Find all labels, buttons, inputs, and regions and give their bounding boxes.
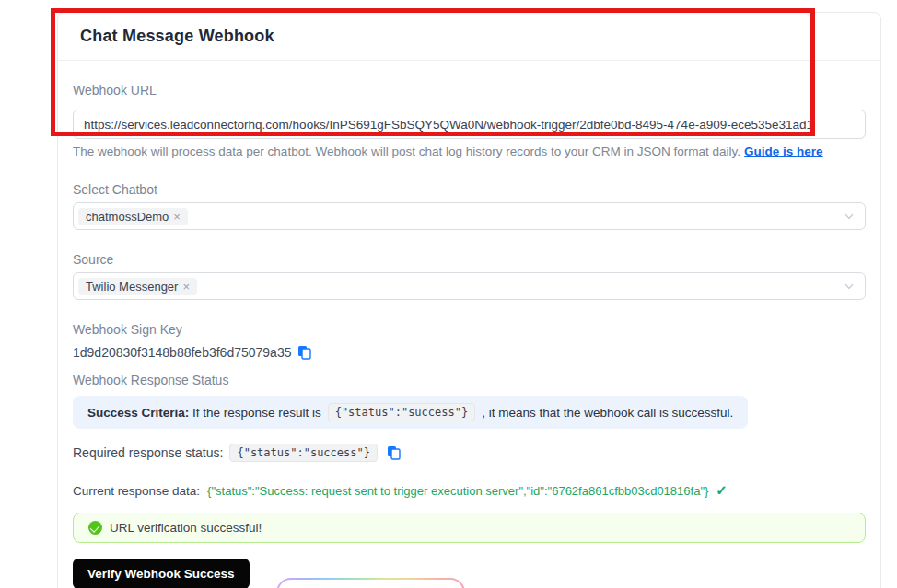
chatbot-tag-label: chatmossDemo bbox=[86, 210, 169, 224]
sign-key-value: 1d9d20830f3148b88feb3f6d75079a35 bbox=[73, 345, 291, 360]
required-response-code: {"status":"success"} bbox=[229, 444, 378, 462]
source-tag: Twilio Messenger× bbox=[78, 278, 197, 295]
source-label: Source bbox=[73, 252, 866, 267]
webhook-help-text: The webhook will process data per chatbo… bbox=[73, 144, 866, 158]
webhook-url-input[interactable] bbox=[73, 110, 866, 139]
sign-key-row: 1d9d20830f3148b88feb3f6d75079a35 bbox=[73, 345, 866, 360]
guide-link[interactable]: Guide is here bbox=[744, 144, 823, 158]
rainbow-border-panel bbox=[276, 578, 465, 588]
webhook-url-label: Webhook URL bbox=[73, 83, 866, 98]
criteria-title: Success Criteria: bbox=[87, 406, 189, 420]
required-response-label: Required response status: bbox=[73, 445, 223, 460]
sign-key-label: Webhook Sign Key bbox=[73, 322, 866, 337]
source-tag-label: Twilio Messenger bbox=[86, 280, 178, 294]
current-response-value: {"status":"Success: request sent to trig… bbox=[207, 484, 708, 498]
criteria-code: {"status":"success"} bbox=[328, 403, 476, 421]
remove-chatbot-icon[interactable]: × bbox=[173, 211, 181, 223]
response-status-label: Webhook Response Status bbox=[73, 373, 866, 387]
success-criteria-box: Success Criteria: If the response result… bbox=[73, 396, 748, 429]
card-body: Webhook URL The webhook will process dat… bbox=[58, 61, 880, 588]
card-header: Chat Message Webhook bbox=[58, 13, 880, 61]
criteria-text-post: , it means that the webhook call is succ… bbox=[482, 406, 733, 420]
copy-icon[interactable] bbox=[387, 445, 401, 460]
criteria-text-pre: If the response result is bbox=[192, 406, 321, 420]
copy-icon[interactable] bbox=[297, 345, 311, 360]
page-title: Chat Message Webhook bbox=[80, 27, 274, 46]
verify-webhook-button[interactable]: Verify Webhook Success bbox=[73, 559, 250, 588]
source-select[interactable]: Twilio Messenger× bbox=[73, 272, 866, 300]
page: Chat Message Webhook Webhook URL The web… bbox=[0, 0, 897, 588]
select-chatbot-label: Select Chatbot bbox=[73, 182, 866, 197]
chevron-down-icon bbox=[844, 281, 855, 292]
current-response-label: Current response data: bbox=[73, 484, 200, 498]
remove-source-icon[interactable]: × bbox=[182, 281, 190, 293]
url-verification-alert: URL verification successful! bbox=[73, 513, 866, 543]
alert-message: URL verification successful! bbox=[110, 521, 262, 535]
webhook-settings-card: Chat Message Webhook Webhook URL The web… bbox=[57, 12, 881, 588]
success-check-icon bbox=[88, 521, 102, 535]
help-text: The webhook will process data per chatbo… bbox=[73, 144, 740, 158]
chatbot-tag: chatmossDemo× bbox=[78, 208, 188, 225]
check-icon: ✓ bbox=[716, 482, 728, 499]
required-response-row: Required response status: {"status":"suc… bbox=[73, 444, 866, 462]
chevron-down-icon bbox=[844, 211, 855, 222]
current-response-row: Current response data: {"status":"Succes… bbox=[73, 482, 866, 499]
chatbot-select[interactable]: chatmossDemo× bbox=[73, 202, 866, 230]
